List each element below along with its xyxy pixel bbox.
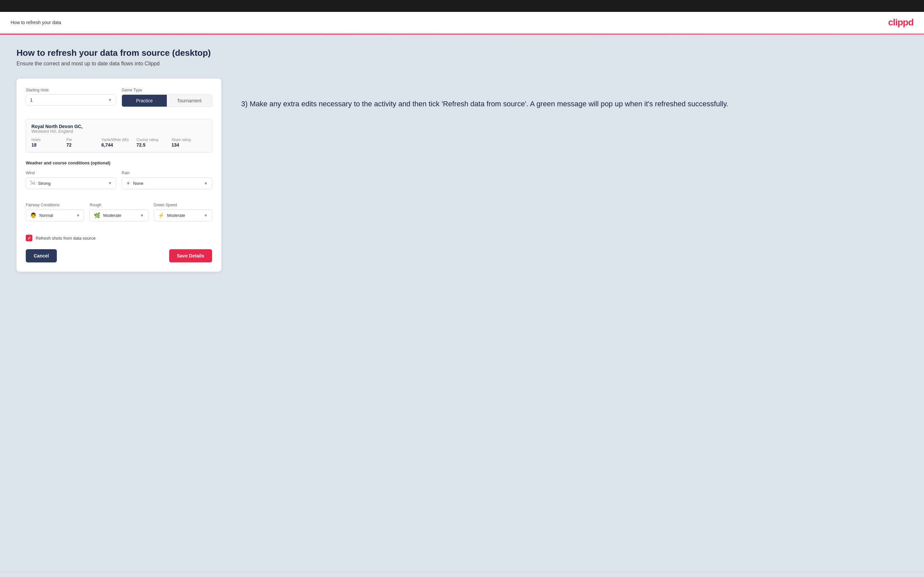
chevron-down-icon: ▼ (204, 181, 208, 186)
course-rating-value: 72.5 (136, 142, 171, 148)
button-row: Cancel Save Details (26, 249, 212, 263)
yards-value: 6,744 (102, 142, 136, 148)
save-details-button[interactable]: Save Details (169, 249, 212, 263)
slope-rating-value: 134 (171, 142, 207, 148)
starting-hole-section: Starting Hole 1 ▼ (26, 88, 116, 107)
course-name: Royal North Devon GC, (31, 124, 207, 129)
page-subtitle: Ensure the correct and most up to date d… (16, 61, 908, 67)
cancel-button[interactable]: Cancel (26, 249, 57, 263)
course-info-box: Royal North Devon GC, Westward Ho!, Engl… (26, 119, 212, 153)
fairway-select[interactable]: 👨 Normal ▼ (26, 209, 84, 221)
rain-value: None (133, 181, 201, 186)
page-title: How to refresh your data from source (de… (16, 48, 908, 58)
rough-select[interactable]: 🌿 Moderate ▼ (89, 209, 148, 221)
footer: Copyright Clippd 2022 (0, 572, 924, 577)
wind-icon: 🌬 (30, 180, 36, 186)
course-rating-label: Course rating (136, 138, 171, 142)
course-rating-stat: Course rating 72.5 (136, 138, 171, 148)
green-speed-section: Green Speed ⚡ Moderate ▼ (153, 203, 212, 221)
par-label: Par (66, 138, 102, 142)
header: How to refresh your data clippd (0, 12, 924, 34)
game-type-buttons: Practice Tournament (121, 94, 212, 107)
rough-section: Rough 🌿 Moderate ▼ (89, 203, 148, 221)
content-layout: Starting Hole 1 ▼ Game Type Practice Tou… (16, 79, 908, 272)
refresh-checkbox-row: Refresh shots from data source (26, 235, 212, 241)
green-speed-value: Moderate (167, 213, 201, 218)
refresh-checkbox-label: Refresh shots from data source (36, 236, 95, 241)
fairway-value: Normal (39, 213, 73, 218)
rain-select[interactable]: ☀ None ▼ (121, 177, 212, 190)
course-location: Westward Ho!, England (31, 129, 207, 134)
fairway-icon: 👨 (30, 212, 37, 219)
rain-icon: ☀ (126, 180, 131, 187)
rain-label: Rain (121, 171, 212, 175)
rough-value: Moderate (103, 213, 137, 218)
chevron-down-icon: ▼ (108, 98, 112, 102)
game-type-section: Game Type Practice Tournament (121, 88, 212, 107)
header-title: How to refresh your data (11, 20, 61, 25)
conditions-row: Fairway Conditions 👨 Normal ▼ Rough 🌿 Mo… (26, 203, 212, 228)
instruction-text: 3) Make any extra edits necessary to the… (241, 98, 908, 109)
practice-button[interactable]: Practice (122, 95, 167, 106)
fairway-label: Fairway Conditions (26, 203, 84, 207)
wind-value: Strong (38, 181, 105, 186)
weather-heading: Weather and course conditions (optional) (26, 160, 212, 165)
tournament-button[interactable]: Tournament (167, 95, 212, 106)
main-content: How to refresh your data from source (de… (0, 35, 924, 572)
chevron-down-icon: ▼ (204, 213, 208, 218)
starting-hole-game-row: Starting Hole 1 ▼ Game Type Practice Tou… (26, 88, 212, 114)
green-speed-icon: ⚡ (158, 212, 165, 219)
yards-label: Yards/White (M)) (102, 138, 136, 142)
refresh-checkbox[interactable] (26, 235, 32, 241)
game-type-label: Game Type (121, 88, 212, 92)
wind-section: Wind 🌬 Strong ▼ (26, 171, 116, 190)
par-stat: Par 72 (66, 138, 102, 148)
rain-section: Rain ☀ None ▼ (121, 171, 212, 190)
holes-label: Holes (31, 138, 66, 142)
slope-rating-label: Slope rating (171, 138, 207, 142)
side-instruction: 3) Make any extra edits necessary to the… (241, 79, 908, 109)
yards-stat: Yards/White (M)) 6,744 (102, 138, 136, 148)
top-bar (0, 0, 924, 12)
chevron-down-icon: ▼ (140, 213, 144, 218)
starting-hole-select[interactable]: 1 ▼ (26, 94, 116, 106)
chevron-down-icon: ▼ (76, 213, 80, 218)
rough-label: Rough (89, 203, 148, 207)
rough-icon: 🌿 (94, 212, 100, 219)
fairway-section: Fairway Conditions 👨 Normal ▼ (26, 203, 84, 221)
starting-hole-label: Starting Hole (26, 88, 116, 92)
wind-label: Wind (26, 171, 116, 175)
wind-select[interactable]: 🌬 Strong ▼ (26, 177, 116, 189)
holes-stat: Holes 18 (31, 138, 66, 148)
slope-rating-stat: Slope rating 134 (171, 138, 207, 148)
green-speed-label: Green Speed (153, 203, 212, 207)
par-value: 72 (66, 142, 102, 148)
chevron-down-icon: ▼ (108, 181, 112, 185)
form-panel: Starting Hole 1 ▼ Game Type Practice Tou… (16, 79, 221, 272)
wind-rain-row: Wind 🌬 Strong ▼ Rain ☀ None ▼ (26, 171, 212, 196)
holes-value: 18 (31, 142, 66, 148)
course-stats: Holes 18 Par 72 Yards/White (M)) 6,744 C… (31, 138, 207, 148)
green-speed-select[interactable]: ⚡ Moderate ▼ (153, 209, 212, 221)
starting-hole-value: 1 (30, 97, 108, 103)
logo: clippd (888, 17, 913, 28)
